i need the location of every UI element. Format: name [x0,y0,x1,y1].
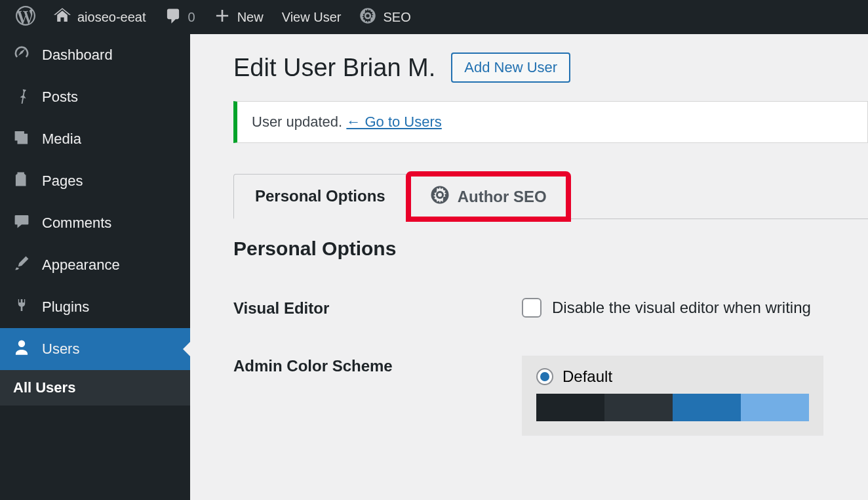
visual-editor-checkbox-wrap[interactable]: Disable the visual editor when writing [522,298,811,318]
tab-personal-label: Personal Options [255,187,385,205]
dashboard-icon [13,45,30,66]
page-header: Edit User Brian M. Add New User [233,52,868,83]
row-admin-color: Admin Color Scheme Default [233,356,868,436]
swatch-3 [673,394,741,421]
section-heading-personal: Personal Options [233,238,868,260]
posts-label: Posts [42,89,78,106]
update-notice: User updated. ← Go to Users [233,101,868,143]
users-label: Users [42,341,79,358]
sidebar-item-dashboard[interactable]: Dashboard [0,34,190,76]
visual-editor-checkbox[interactable] [522,298,542,318]
sidebar-item-appearance[interactable]: Appearance [0,244,190,286]
admin-color-label: Admin Color Scheme [233,356,522,375]
tab-author-seo-label: Author SEO [458,188,547,206]
sidebar-item-posts[interactable]: Posts [0,76,190,118]
sidebar-subitem-all-users[interactable]: All Users [0,370,190,406]
sidebar-item-comments[interactable]: Comments [0,202,190,244]
media-icon [13,129,30,150]
home-icon [54,7,71,28]
site-name-label: aioseo-eeat [77,10,146,25]
pin-icon [13,87,30,108]
row-visual-editor: Visual Editor Disable the visual editor … [233,298,868,318]
view-user-link[interactable]: View User [273,0,351,34]
add-new-user-button[interactable]: Add New User [451,52,570,83]
color-scheme-default[interactable]: Default [522,356,823,436]
sidebar-item-users[interactable]: Users [0,328,190,370]
plus-icon [214,7,231,28]
new-content-menu[interactable]: New [205,0,273,34]
scheme-default-swatches [536,394,809,421]
swatch-4 [741,394,809,421]
all-users-label: All Users [13,379,75,396]
tab-personal-options[interactable]: Personal Options [233,174,407,219]
pages-label: Pages [42,173,83,190]
brush-icon [13,255,30,276]
new-label: New [237,10,264,25]
seo-label: SEO [383,10,410,25]
site-name-menu[interactable]: aioseo-eeat [45,0,155,34]
seo-menu[interactable]: SEO [350,0,420,34]
user-icon [13,339,30,360]
appearance-label: Appearance [42,257,120,274]
comment-icon [165,7,182,28]
scheme-default-label: Default [562,367,612,386]
profile-tabs: Personal Options Author SEO [233,173,868,219]
wp-logo-menu[interactable] [7,0,45,34]
plug-icon [13,297,30,318]
visual-editor-checkbox-label: Disable the visual editor when writing [552,299,811,317]
dashboard-label: Dashboard [42,47,113,64]
page-title: Edit User Brian M. [233,54,435,82]
notice-text: User updated. [252,114,342,130]
scheme-default-radio[interactable] [536,368,553,385]
go-to-users-link[interactable]: ← Go to Users [346,114,441,130]
admin-toolbar: aioseo-eeat 0 New View User SEO [0,0,868,34]
swatch-2 [604,394,673,421]
sidebar-item-pages[interactable]: Pages [0,160,190,202]
sidebar-item-plugins[interactable]: Plugins [0,286,190,328]
pages-icon [13,171,30,192]
seo-gear-icon [359,7,376,28]
media-label: Media [42,131,81,148]
comments-label: Comments [42,215,111,232]
seo-gear-icon [430,185,450,209]
main-content: Edit User Brian M. Add New User User upd… [190,34,868,500]
swatch-1 [536,394,604,421]
wordpress-logo-icon [16,6,35,29]
tab-author-seo[interactable]: Author SEO [408,174,568,219]
comment-count: 0 [188,10,195,25]
visual-editor-label: Visual Editor [233,298,522,318]
plugins-label: Plugins [42,299,89,316]
comments-menu[interactable]: 0 [155,0,205,34]
view-user-label: View User [282,10,342,25]
sidebar-item-media[interactable]: Media [0,118,190,160]
comments-icon [13,213,30,234]
admin-sidebar: Dashboard Posts Media Pages Comments App… [0,34,190,500]
